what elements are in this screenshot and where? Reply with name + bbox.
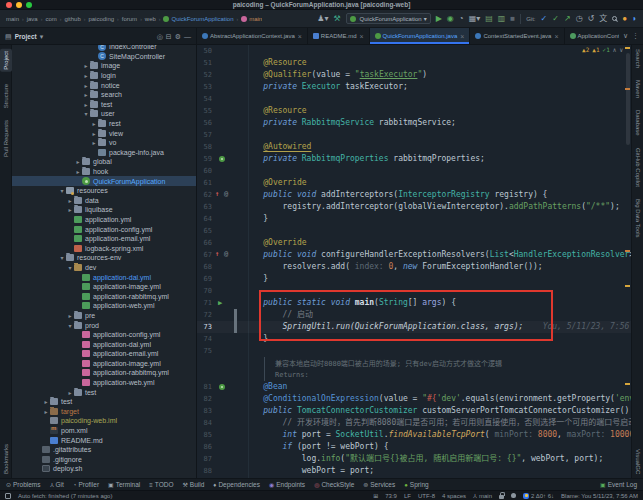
tree-chevron-icon[interactable]: ▾	[66, 322, 74, 329]
status-utf-8[interactable]: UTF-8	[418, 493, 435, 499]
tree-item-SiteMapController[interactable]: SiteMapController	[12, 52, 196, 62]
code-line-86[interactable]: 86 if (port != webPort) {	[197, 441, 631, 453]
line-number[interactable]: 75	[197, 347, 212, 355]
code-line-68[interactable]: 68 resolvers.add( index: 0, new ForumExc…	[197, 261, 631, 273]
override-gutter-icon[interactable]: ↑	[215, 250, 219, 258]
ok-count[interactable]: ✓1	[603, 46, 610, 53]
tool-windows-icon[interactable]	[5, 493, 11, 499]
tree-item-application-image.yml[interactable]: application-image.yml	[12, 282, 196, 292]
warning-count[interactable]: ▲2	[582, 46, 589, 53]
user-menu-icon[interactable]: ♟▾	[317, 15, 328, 23]
code-line-70[interactable]: 70	[197, 285, 631, 297]
code-line-54[interactable]: 54	[197, 93, 631, 105]
tree-item-application.yml[interactable]: application.yml	[12, 215, 196, 225]
tree-chevron-icon[interactable]: ▸	[82, 91, 90, 98]
tool-stripe-visualgc[interactable]: VisualGC	[632, 449, 643, 474]
code-line-85[interactable]: 85 int port = SocketUtil.findAvailableTc…	[197, 429, 631, 441]
tool-window-button-todo[interactable]: ≡TODO	[149, 481, 173, 488]
line-number[interactable]: 60	[197, 167, 212, 175]
inspections-widget[interactable]: ▲2▲1✓1∧∨	[582, 46, 623, 53]
status-4-spaces[interactable]: 4 spaces	[442, 493, 466, 499]
tree-chevron-icon[interactable]: ▸	[82, 82, 90, 89]
prev-problem-icon[interactable]: ∧	[613, 46, 617, 53]
line-number[interactable]: 85	[197, 431, 212, 439]
breadcrumb-item-web[interactable]: web	[145, 16, 156, 22]
tree-item-deploy.sh[interactable]: deploy.sh	[12, 464, 196, 474]
tree-item-hook[interactable]: ▸hook	[12, 167, 196, 177]
line-number[interactable]: 63	[197, 203, 212, 211]
plugin-orange-icon[interactable]: ●	[622, 15, 627, 23]
tree-item-README.md[interactable]: README.md	[12, 435, 196, 445]
tab-AbstractApplicationContext.java[interactable]: AbstractApplicationContext.java×	[197, 28, 308, 44]
tree-item-global[interactable]: ▸global	[12, 157, 196, 167]
tab-README.md[interactable]: README.md×	[308, 28, 370, 44]
tree-chevron-icon[interactable]: ▸	[82, 62, 90, 69]
tree-item-user[interactable]: ▾user	[12, 109, 196, 119]
run-configuration-select[interactable]: QuickForumApplication▾	[346, 13, 431, 24]
tree-item-prod[interactable]: ▾prod	[12, 320, 196, 330]
tree-item-image[interactable]: ▸image	[12, 61, 196, 71]
code-line-67[interactable]: 67↑@ public void configureHandlerExcepti…	[197, 249, 631, 261]
tool-window-button-checkstyle[interactable]: ◎CheckStyle	[314, 481, 354, 488]
code-line-72[interactable]: 72 // 启动	[197, 309, 631, 321]
tree-item-liquibase[interactable]: ▸liquibase	[12, 205, 196, 215]
tab-ApplicationContext.java[interactable]: ApplicationContext.java×	[565, 28, 619, 44]
line-number[interactable]: 82	[197, 395, 212, 403]
line-number[interactable]: 56	[197, 119, 212, 127]
tree-item-application-config.yml[interactable]: application-config.yml	[12, 224, 196, 234]
line-number[interactable]: 81	[197, 383, 212, 391]
tree-chevron-icon[interactable]: ▸	[66, 312, 74, 319]
tool-stripe-search[interactable]: Search	[632, 49, 643, 68]
search-everywhere-icon[interactable]	[612, 16, 617, 21]
line-number[interactable]: 64	[197, 215, 212, 223]
line-number[interactable]: 52	[197, 71, 212, 79]
tree-item-application-config.yml[interactable]: application-config.yml	[12, 330, 196, 340]
code-line-59[interactable]: 59 private RabbitmqProperties rabbitmqPr…	[197, 153, 631, 165]
memory-icon[interactable]: ⊞	[373, 492, 378, 499]
tree-item-paicoding-web.iml[interactable]: paicoding-web.iml	[12, 416, 196, 426]
close-tab-icon[interactable]: ×	[460, 33, 464, 40]
line-number[interactable]: 86	[197, 443, 212, 451]
tree-item-IndexController[interactable]: IndexController	[12, 45, 196, 52]
tree-chevron-icon[interactable]: ▸	[74, 168, 82, 175]
coverage-icon[interactable]: ▦▾	[469, 15, 481, 23]
tool-window-button-problems[interactable]: ⊙Problems	[6, 481, 41, 488]
update-project-icon[interactable]: ✓	[541, 15, 548, 23]
code-line-74[interactable]: 74 }	[197, 333, 631, 345]
tree-chevron-icon[interactable]: ▸	[90, 120, 98, 127]
tree-chevron-icon[interactable]: ▾	[58, 187, 66, 194]
breadcrumb-item-main[interactable]: main	[6, 16, 19, 22]
code-editor[interactable]: 5051 @Resource52 @Qualifier(value = "tas…	[197, 45, 631, 478]
code-line-81[interactable]: 81 @Bean	[197, 381, 631, 393]
tree-item-pre[interactable]: ▸pre	[12, 311, 196, 321]
code-line-75[interactable]: 75	[197, 345, 631, 357]
tree-chevron-icon[interactable]: ▸	[82, 72, 90, 79]
tree-item-application-image.yml[interactable]: application-image.yml	[12, 359, 196, 369]
status-lf[interactable]: LF	[404, 493, 411, 499]
line-number[interactable]: 55	[197, 107, 212, 115]
tree-item-QuickForumApplication[interactable]: QuickForumApplication	[12, 176, 196, 186]
project-tree[interactable]: IndexControllerSiteMapController▸image▸l…	[12, 45, 197, 478]
code-line-87[interactable]: 87 log.info("默认端口号{}被占用, 随机启用新端口号: {}", …	[197, 453, 631, 465]
tree-chevron-icon[interactable]: ▸	[74, 158, 82, 165]
tree-item-application-dal.yml[interactable]: application-dal.yml	[12, 339, 196, 349]
code-line-57[interactable]: 57	[197, 129, 631, 141]
code-line-50[interactable]: 50	[197, 45, 631, 57]
tree-chevron-icon[interactable]: ▾	[66, 264, 74, 271]
tool-stripe-database[interactable]: Database	[632, 110, 643, 136]
warning-count[interactable]: ▲1	[592, 46, 599, 53]
line-number[interactable]: 84	[197, 419, 212, 427]
line-number[interactable]: 50	[197, 47, 212, 55]
tree-chevron-icon[interactable]: ▸	[90, 130, 98, 137]
tree-item-test[interactable]: ▸test	[12, 387, 196, 397]
debug-icon[interactable]: ◉	[447, 15, 454, 23]
tool-window-button-terminal[interactable]: ▣Terminal	[108, 481, 140, 488]
tree-chevron-icon[interactable]: ▸	[66, 389, 74, 396]
tree-chevron-icon[interactable]: ▾	[58, 254, 66, 261]
code-line-82[interactable]: 82 @ConditionalOnExpression(value = "#{'…	[197, 393, 631, 405]
tool-stripe-big-data-tools[interactable]: Big Data Tools	[632, 199, 643, 238]
window-controls[interactable]	[6, 2, 32, 8]
tree-item-notice[interactable]: ▸notice	[12, 80, 196, 90]
status-73-9[interactable]: 73:9	[385, 493, 397, 499]
tree-item-application-email.yml[interactable]: application-email.yml	[12, 349, 196, 359]
